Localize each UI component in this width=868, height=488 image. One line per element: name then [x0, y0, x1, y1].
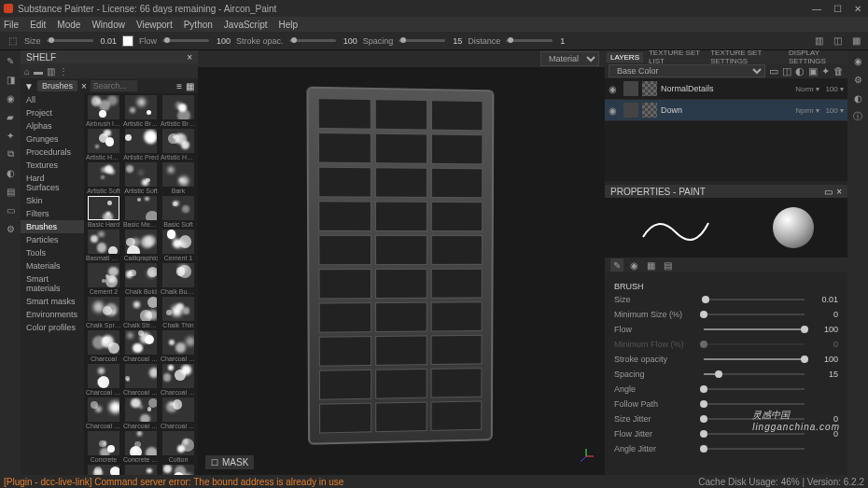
shelf-options-icon[interactable]: ⋮ — [59, 66, 68, 77]
property-value[interactable]: 0 — [810, 429, 838, 439]
polygon-fill-icon[interactable]: ▰ — [4, 110, 17, 123]
shelf-category[interactable]: Tools — [21, 246, 84, 259]
distance-slider[interactable] — [506, 39, 553, 42]
search-input[interactable] — [91, 80, 137, 91]
property-slider[interactable] — [704, 388, 805, 390]
menu-file[interactable]: File — [4, 20, 19, 30]
maximize-button[interactable]: ☐ — [831, 4, 844, 14]
brush-item[interactable]: Cement 2 — [86, 263, 121, 295]
menu-python[interactable]: Python — [184, 20, 213, 30]
shelf-folder-icon[interactable]: ▬ — [34, 66, 43, 77]
brush-item[interactable]: Bark — [161, 162, 196, 194]
paint-tool-icon[interactable]: ✎ — [4, 54, 17, 67]
brush-item[interactable]: Charcoal N... — [161, 364, 196, 396]
viewport-channel-dropdown[interactable]: Material — [540, 51, 599, 66]
brush-item[interactable]: Chalk Thin — [161, 297, 196, 328]
tool-icon[interactable]: ⬚ — [6, 35, 19, 48]
brush-item[interactable]: Airbrush Inner — [86, 95, 121, 127]
visibility-icon[interactable]: ◉ — [609, 105, 620, 116]
brush-item[interactable]: Chalk Spread — [86, 297, 121, 328]
layer-blend-mode[interactable]: Nprm ▾ — [795, 106, 819, 115]
shelf-category[interactable]: Hard Surfaces — [21, 172, 84, 194]
settings-icon[interactable]: ⚙ — [4, 222, 17, 235]
brush-item[interactable]: Artistic Bru... — [123, 95, 159, 127]
minimize-button[interactable]: — — [810, 4, 823, 14]
property-slider[interactable] — [704, 433, 805, 435]
flow-slider[interactable] — [162, 39, 209, 42]
brush-item[interactable]: Dark Hatcher — [161, 465, 196, 475]
brush-preview-icon[interactable] — [122, 35, 133, 47]
brush-item[interactable]: Basic Med... — [123, 196, 159, 228]
smudge-tool-icon[interactable]: ✦ — [4, 129, 17, 142]
render-icon[interactable]: ◉ — [851, 54, 864, 67]
brush-item[interactable]: Concrete — [86, 431, 121, 463]
prop-tab-material-icon[interactable]: ▤ — [661, 258, 674, 272]
shelf-category[interactable]: Alphas — [21, 119, 84, 132]
layer-row[interactable]: ◉DownNprm ▾100 ▾ — [605, 100, 847, 121]
property-slider[interactable] — [704, 448, 805, 450]
brush-item[interactable]: Charcoal Fu... — [161, 330, 196, 362]
delete-layer-icon[interactable]: 🗑 — [833, 65, 844, 77]
brush-item[interactable]: Basic Hard — [86, 196, 121, 228]
tab-close-icon[interactable]: × — [81, 81, 87, 91]
info-icon[interactable]: ⓘ — [851, 110, 864, 123]
menu-mode[interactable]: Mode — [57, 20, 80, 30]
view-list-icon[interactable]: ≡ — [176, 81, 182, 91]
shelf-category[interactable]: Brushes — [21, 220, 84, 233]
gear-icon[interactable]: ⚙ — [851, 73, 864, 86]
property-slider[interactable] — [704, 418, 805, 420]
layer-opacity[interactable]: 100 ▾ — [823, 106, 844, 115]
brush-item[interactable]: Calligraphic — [123, 230, 159, 261]
property-value[interactable]: 0 — [810, 310, 838, 319]
brush-item[interactable]: Charcoal W... — [161, 397, 196, 429]
tab-layers[interactable]: LAYERS — [607, 52, 643, 63]
shelf-category[interactable]: Textures — [21, 159, 84, 172]
brush-item[interactable]: Charcoal W... — [123, 364, 159, 396]
prop-tab-brush-icon[interactable]: ✎ — [610, 258, 623, 272]
brush-item[interactable]: Artistic Hea... — [86, 129, 121, 160]
baking-icon[interactable]: ▤ — [4, 185, 17, 198]
brush-item[interactable]: Chalk Strong — [123, 297, 159, 328]
brush-item[interactable]: Artistic Hard — [161, 129, 196, 160]
shelf-category[interactable]: Project — [21, 106, 84, 119]
property-slider[interactable] — [704, 403, 805, 405]
shelf-category[interactable]: Filters — [21, 207, 84, 220]
shelf-home-icon[interactable]: ⌂ — [24, 66, 30, 77]
spacing-slider[interactable] — [399, 39, 445, 42]
property-value[interactable]: 0 — [810, 414, 838, 424]
add-effect-icon[interactable]: ✦ — [821, 65, 830, 77]
brush-item[interactable]: Artistic Pred — [123, 129, 159, 160]
shelf-category[interactable]: Grunges — [21, 132, 84, 146]
property-slider[interactable] — [704, 358, 805, 360]
shelf-category[interactable]: Environments — [21, 308, 84, 321]
prop-tab-stencil-icon[interactable]: ▦ — [644, 258, 657, 272]
channel-dropdown[interactable]: Base Color — [609, 64, 765, 77]
shelf-category[interactable]: Smart materials — [21, 272, 84, 295]
brush-item[interactable]: Charcoal St... — [86, 364, 121, 396]
eraser-tool-icon[interactable]: ◨ — [4, 73, 17, 86]
shelf-close-icon[interactable]: × — [187, 52, 192, 63]
property-slider[interactable] — [704, 328, 805, 330]
shelf-category[interactable]: Smart masks — [21, 295, 84, 308]
shelf-category[interactable]: Procedurals — [21, 146, 84, 159]
material-picker-icon[interactable]: ◐ — [4, 166, 17, 179]
brush-item[interactable]: Crystal — [123, 465, 159, 475]
stroke-opacity-slider[interactable] — [289, 39, 336, 42]
property-slider[interactable] — [704, 373, 805, 375]
property-value[interactable]: 0 — [810, 340, 838, 349]
brush-item[interactable]: Artistic Bru... — [161, 95, 196, 127]
add-folder-icon[interactable]: ▣ — [808, 65, 818, 77]
shelf-category[interactable]: Color profiles — [21, 321, 84, 334]
brush-item[interactable]: Concrete U... — [123, 431, 159, 463]
brush-item[interactable]: Charcoal W... — [123, 397, 159, 429]
brush-item[interactable]: Charcoal — [86, 330, 121, 362]
property-value[interactable]: 100 — [810, 355, 838, 364]
properties-undock-icon[interactable]: ▭ — [824, 187, 833, 197]
layer-opacity[interactable]: 100 ▾ — [823, 85, 844, 93]
brush-item[interactable]: Chalk Bold — [123, 263, 159, 295]
brush-item[interactable]: Charcoal Fine — [123, 330, 159, 362]
layer-row[interactable]: ◉NormalDetailsNorm ▾100 ▾ — [605, 78, 847, 100]
brush-item[interactable]: Artistic Soft — [86, 162, 121, 194]
menu-window[interactable]: Window — [91, 20, 125, 30]
property-value[interactable]: 15 — [810, 369, 838, 379]
